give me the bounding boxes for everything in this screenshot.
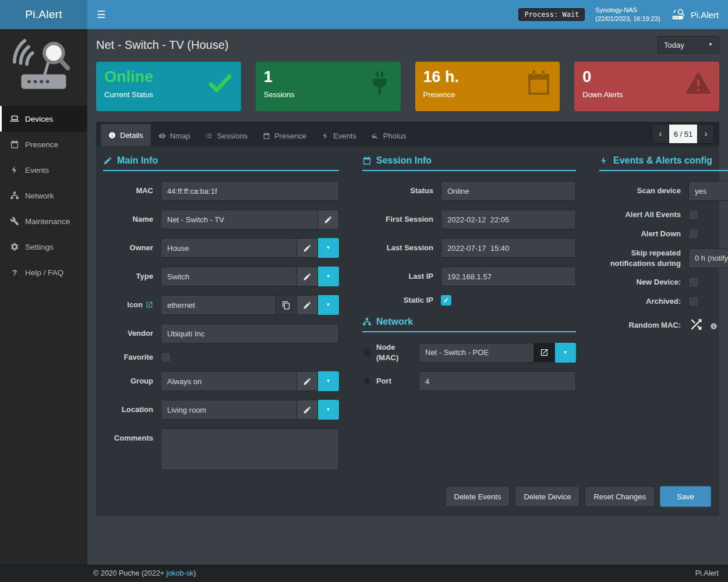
sidebar-item-help[interactable]: ? Help / FAQ [0, 260, 87, 285]
navbar-brand-right[interactable]: Pi.Alert [671, 8, 719, 21]
pencil-icon [303, 272, 312, 281]
router-icon [671, 8, 686, 21]
last-ip-label: Last IP [362, 271, 433, 282]
favorite-checkbox[interactable] [161, 352, 171, 363]
brand-logo[interactable]: Pi.Alert [0, 0, 87, 29]
delete-device-button[interactable]: Delete Device [515, 486, 579, 507]
name-input[interactable] [161, 210, 318, 229]
comments-textarea[interactable] [161, 428, 339, 470]
new-device-checkbox[interactable] [688, 277, 699, 288]
last-ip-input[interactable] [441, 267, 576, 286]
icon-edit-button[interactable] [297, 295, 318, 315]
period-select[interactable]: Today ▼ [658, 36, 719, 54]
name-edit-button[interactable] [318, 210, 339, 229]
scan-device-label: Scan device [599, 186, 681, 196]
location-input[interactable] [161, 400, 297, 420]
icon-input[interactable] [161, 295, 276, 315]
sidebar-item-network[interactable]: Network [0, 183, 87, 208]
tab-presence[interactable]: Presence [255, 125, 314, 146]
card-current-status[interactable]: Online Current Status [96, 62, 241, 111]
field-last-ip: Last IP [362, 267, 576, 286]
tab-sessions[interactable]: Sessions [197, 125, 255, 146]
sidebar-item-label: Events [25, 166, 49, 175]
last-session-input[interactable] [441, 238, 576, 258]
footer-brand: Pi.Alert [695, 569, 719, 577]
card-presence[interactable]: 16 h. Presence [415, 62, 560, 111]
chevron-left-icon: ‹ [659, 129, 662, 139]
type-input[interactable] [161, 267, 297, 286]
owner-dropdown-button[interactable]: ▼ [318, 238, 339, 258]
external-link-icon[interactable] [146, 301, 153, 308]
tab-events[interactable]: Events [314, 125, 364, 146]
port-input[interactable] [419, 371, 576, 391]
node-input[interactable] [419, 343, 534, 363]
caret-down-icon: ▼ [326, 246, 331, 250]
alert-all-events-checkbox[interactable] [688, 210, 699, 220]
process-status-badge: Process: Wait [518, 8, 585, 21]
favorite-label: Favorite [103, 352, 153, 363]
field-owner: Owner ▼ [103, 238, 339, 258]
mac-input[interactable] [161, 181, 339, 201]
type-label: Type [103, 271, 153, 282]
section-title: Network [376, 317, 413, 327]
status-label: Status [362, 186, 433, 196]
prev-device-button[interactable]: ‹ [652, 124, 669, 144]
type-edit-button[interactable] [297, 267, 318, 286]
calendar-icon [10, 140, 19, 149]
sidebar-item-events[interactable]: Events [0, 157, 87, 183]
static-ip-checkbox[interactable]: ✓ [441, 295, 451, 306]
group-label: Group [103, 376, 153, 386]
owner-input[interactable] [161, 238, 297, 258]
main-info-section: Main Info MAC Name Owner [103, 155, 339, 479]
caret-down-icon: ▼ [326, 407, 331, 412]
next-device-button[interactable]: › [697, 124, 715, 144]
skip-notifications-input[interactable] [688, 249, 728, 268]
sidebar-item-label: Presence [25, 140, 58, 149]
type-dropdown-button[interactable]: ▼ [318, 267, 339, 286]
node-dropdown-button[interactable]: ▼ [555, 343, 576, 363]
plug-icon [362, 377, 372, 386]
icon-copy-button[interactable] [276, 295, 297, 315]
events-alerts-header: Events & Alerts config [599, 155, 728, 171]
location-dropdown-button[interactable]: ▼ [318, 400, 339, 420]
menu-icon[interactable]: ☰ [97, 9, 105, 21]
save-button[interactable]: Save [660, 486, 711, 507]
group-dropdown-button[interactable]: ▼ [318, 371, 339, 391]
field-first-session: First Session [362, 210, 576, 229]
group-edit-button[interactable] [297, 371, 318, 391]
nas-timestamp: (22/01/2023, 16:19:23) [595, 15, 660, 23]
pencil-icon [303, 244, 312, 253]
caret-down-icon: ▼ [326, 303, 331, 307]
tab-nmap[interactable]: Nmap [151, 125, 198, 146]
vendor-input[interactable] [161, 324, 339, 343]
owner-edit-button[interactable] [297, 238, 318, 258]
field-port: Port [362, 371, 576, 391]
first-session-input[interactable] [441, 210, 576, 229]
reset-changes-button[interactable]: Reset Changes [585, 486, 655, 507]
last-session-label: Last Session [362, 243, 433, 253]
archived-checkbox[interactable] [688, 296, 699, 307]
sidebar-item-presence[interactable]: Presence [0, 132, 87, 157]
info-icon[interactable] [710, 322, 718, 330]
icon-dropdown-button[interactable]: ▼ [318, 295, 339, 315]
delete-events-button[interactable]: Delete Events [446, 486, 510, 507]
footer-copyright-text: © 2020 Puche (2022+ [93, 569, 167, 577]
footer: © 2020 Puche (2022+ jokob-sk) Pi.Alert [0, 565, 728, 582]
card-down-alerts[interactable]: 0 Down Alerts [574, 62, 719, 111]
sidebar-item-settings[interactable]: Settings [0, 234, 87, 260]
tab-pholus[interactable]: Pholus [364, 125, 414, 146]
question-icon: ? [10, 268, 19, 277]
footer-author-link[interactable]: jokob-sk [167, 569, 194, 577]
status-input[interactable] [441, 181, 576, 201]
card-sessions[interactable]: 1 Sessions [256, 62, 401, 111]
location-edit-button[interactable] [297, 400, 318, 420]
alert-down-checkbox[interactable] [688, 229, 699, 239]
node-open-button[interactable] [534, 343, 555, 363]
tab-details[interactable]: Details [101, 124, 151, 146]
sidebar-item-devices[interactable]: Devices [0, 106, 87, 132]
sidebar-item-maintenance[interactable]: Maintenance [0, 208, 87, 234]
period-select-value: Today [664, 41, 684, 49]
section-title: Session Info [376, 155, 432, 166]
scan-device-input[interactable] [688, 181, 728, 201]
group-input[interactable] [161, 371, 297, 391]
